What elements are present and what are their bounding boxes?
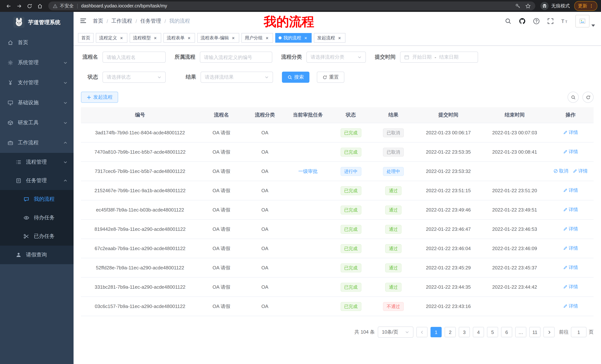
table-refresh-button[interactable] bbox=[582, 92, 594, 103]
next-page-button[interactable] bbox=[543, 327, 555, 337]
pagination-page-11[interactable]: 11 bbox=[529, 327, 541, 337]
sidebar-item-label: 已办任务 bbox=[34, 233, 55, 240]
tab-close-icon[interactable]: × bbox=[303, 35, 308, 40]
parent-process-input[interactable] bbox=[200, 52, 272, 63]
search-button[interactable]: 搜索 bbox=[282, 72, 310, 83]
sidebar-item-home[interactable]: 首页 bbox=[0, 33, 74, 53]
sidebar-logo[interactable]: 芋道管理系统 bbox=[0, 12, 74, 33]
search-button-label: 搜索 bbox=[294, 74, 304, 80]
pagination-page-3[interactable]: 3 bbox=[459, 327, 470, 337]
pagination-ellipsis[interactable]: … bbox=[515, 327, 526, 337]
prev-page-button[interactable] bbox=[416, 327, 428, 337]
cancel-action[interactable]: 取消 bbox=[553, 168, 568, 174]
pagination-page-2[interactable]: 2 bbox=[445, 327, 456, 337]
end-time-cell: 2022-01-22 23:49:51 bbox=[482, 200, 548, 220]
bookmark-star-icon[interactable] bbox=[525, 3, 531, 9]
detail-action[interactable]: 详情 bbox=[563, 130, 578, 136]
breadcrumb-item[interactable]: 工作流程 bbox=[111, 18, 132, 25]
pagination-page-1[interactable]: 1 bbox=[431, 327, 442, 337]
browser-reload-button[interactable] bbox=[25, 1, 34, 11]
tab-首页[interactable]: 首页 bbox=[78, 33, 94, 43]
end-time-cell: 2022-01-22 23:46:53 bbox=[482, 220, 548, 239]
column-header: 结果 bbox=[372, 107, 415, 123]
sidebar-item-infrastructure[interactable]: 基础设施 bbox=[0, 93, 74, 113]
process-name-cell: OA 请假 bbox=[199, 123, 244, 142]
sidebar-item-payment[interactable]: 支付管理 bbox=[0, 73, 74, 93]
help-icon[interactable] bbox=[533, 18, 540, 25]
sidebar-item-process-management[interactable]: 流程管理 bbox=[0, 153, 74, 172]
sidebar-item-my-processes[interactable]: 我的流程 bbox=[0, 190, 74, 209]
tab-label: 流程模型 bbox=[133, 35, 151, 41]
page-size-select[interactable]: 10条/页 bbox=[378, 326, 413, 338]
detail-action[interactable]: 详情 bbox=[563, 187, 578, 194]
submit-time-cell: 2022-01-22 23:53:32 bbox=[415, 162, 482, 181]
fullscreen-icon[interactable] bbox=[547, 18, 554, 25]
incognito-icon bbox=[541, 2, 549, 10]
process-name-cell: OA 请假 bbox=[199, 239, 244, 258]
security-warning-label[interactable]: 不安全 bbox=[60, 3, 74, 9]
result-cell: 通过 bbox=[372, 277, 415, 297]
tab-close-icon[interactable]: × bbox=[119, 35, 124, 40]
tab-发起流程[interactable]: 发起流程× bbox=[314, 33, 345, 43]
breadcrumb-item[interactable]: 任务管理 bbox=[140, 18, 161, 25]
result-select[interactable]: 请选择流结果 bbox=[200, 72, 273, 83]
date-range-separator: - bbox=[435, 54, 436, 60]
tab-用户分组[interactable]: 用户分组× bbox=[241, 33, 273, 43]
sidebar-item-done-tasks[interactable]: 已办任务 bbox=[0, 227, 74, 246]
tab-流程表单-编辑[interactable]: 流程表单-编辑× bbox=[197, 33, 239, 43]
tab-close-icon[interactable]: × bbox=[337, 35, 342, 40]
password-key-icon[interactable] bbox=[515, 3, 521, 9]
process-name-cell: OA 请假 bbox=[199, 142, 244, 162]
table-search-toggle-button[interactable] bbox=[568, 92, 579, 103]
detail-action[interactable]: 详情 bbox=[563, 284, 578, 290]
tab-流程模型[interactable]: 流程模型× bbox=[130, 33, 161, 43]
search-icon[interactable] bbox=[505, 18, 511, 25]
tab-流程表单[interactable]: 流程表单× bbox=[163, 33, 195, 43]
detail-action[interactable]: 详情 bbox=[563, 207, 578, 213]
pagination-page-5[interactable]: 5 bbox=[487, 327, 498, 337]
browser-back-button[interactable] bbox=[4, 1, 13, 11]
tab-流程定义[interactable]: 流程定义× bbox=[96, 33, 127, 43]
process-name-input[interactable] bbox=[102, 52, 166, 63]
goto-page-input[interactable] bbox=[571, 327, 587, 337]
tab-close-icon[interactable]: × bbox=[186, 35, 192, 40]
start-process-button[interactable]: 发起流程 bbox=[81, 92, 118, 103]
sidebar-item-system[interactable]: 系统管理 bbox=[0, 53, 74, 73]
detail-action[interactable]: 详情 bbox=[563, 245, 578, 252]
sidebar-item-pending-tasks[interactable]: 待办任务 bbox=[0, 209, 74, 227]
reset-button[interactable]: 重置 bbox=[317, 72, 344, 83]
user-avatar-menu[interactable] bbox=[575, 15, 595, 28]
browser-update-button[interactable]: 更新 bbox=[574, 1, 597, 11]
sidebar-item-leave-query[interactable]: 请假查询 bbox=[0, 246, 74, 264]
font-size-icon[interactable]: TT bbox=[561, 18, 568, 25]
github-icon[interactable] bbox=[519, 18, 526, 25]
tab-close-icon[interactable]: × bbox=[231, 35, 236, 40]
status-badge: 已完成 bbox=[341, 244, 361, 253]
detail-action[interactable]: 详情 bbox=[563, 265, 578, 271]
detail-action[interactable]: 详情 bbox=[573, 168, 588, 174]
browser-home-button[interactable] bbox=[35, 1, 45, 11]
status-select[interactable]: 请选择状态 bbox=[102, 72, 166, 83]
tab-我的流程[interactable]: 我的流程× bbox=[275, 33, 312, 43]
url-text[interactable]: dashboard.yudao.iocoder.cn/bpm/task/my bbox=[81, 3, 167, 9]
sidebar-item-task-management[interactable]: 任务管理 bbox=[0, 172, 74, 190]
detail-action[interactable]: 详情 bbox=[563, 149, 578, 155]
pagination-page-6[interactable]: 6 bbox=[501, 327, 512, 337]
chevron-down-icon bbox=[63, 160, 68, 164]
current-task-link[interactable]: 一级审批 bbox=[298, 168, 318, 174]
submit-time-range-picker[interactable]: 开始日期 - 结束日期 bbox=[400, 52, 478, 63]
tab-close-icon[interactable]: × bbox=[153, 35, 158, 40]
hamburger-icon[interactable] bbox=[80, 17, 88, 25]
detail-action[interactable]: 详情 bbox=[563, 303, 578, 309]
pagination-page-4[interactable]: 4 bbox=[473, 327, 484, 337]
sidebar-item-workflow[interactable]: 工作流程 bbox=[0, 133, 74, 153]
address-bar[interactable]: 不安全 dashboard.yudao.iocoder.cn/bpm/task/… bbox=[48, 1, 535, 10]
detail-action[interactable]: 详情 bbox=[563, 226, 578, 232]
breadcrumb-item[interactable]: 首页 bbox=[93, 18, 103, 25]
sidebar-item-devtools[interactable]: 研发工具 bbox=[0, 113, 74, 133]
tab-close-icon[interactable]: × bbox=[264, 35, 270, 40]
browser-forward-button[interactable] bbox=[14, 1, 24, 11]
end-time-cell: 2022-01-22 23:46:09 bbox=[482, 239, 548, 258]
category-select[interactable]: 请选择流程分类 bbox=[306, 52, 366, 63]
plus-icon bbox=[87, 95, 91, 100]
